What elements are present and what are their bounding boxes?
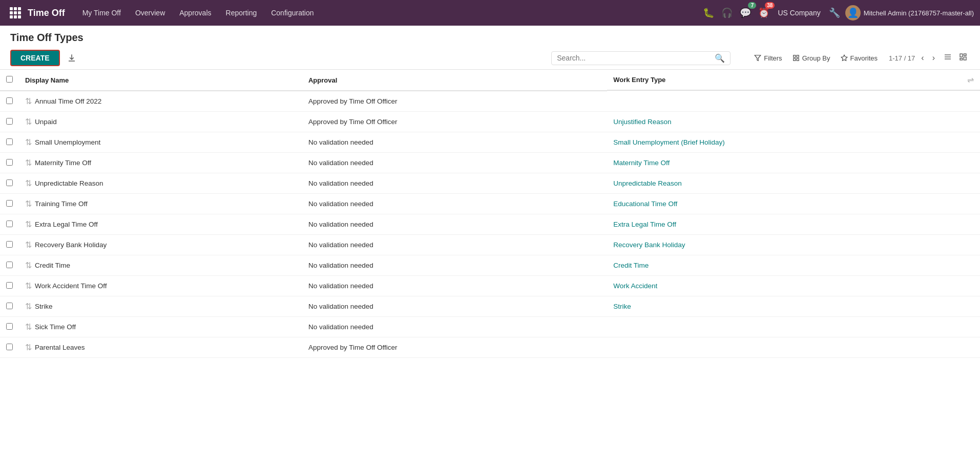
svg-rect-2 bbox=[797, 55, 799, 57]
favorites-button[interactable]: Favorites bbox=[838, 52, 881, 64]
prev-page-button[interactable]: ‹ bbox=[919, 52, 926, 64]
row-checkbox[interactable] bbox=[6, 118, 13, 125]
row-checkbox[interactable] bbox=[6, 262, 13, 268]
table-row[interactable]: ⇅Credit TimeNo validation neededCredit T… bbox=[0, 255, 980, 276]
bug-icon[interactable]: 🐛 bbox=[701, 5, 716, 21]
row-checkbox[interactable] bbox=[6, 97, 13, 104]
create-button[interactable]: CREATE bbox=[10, 50, 60, 66]
row-name: ⇅Extra Legal Time Off bbox=[19, 214, 302, 235]
filter-icon bbox=[754, 54, 761, 62]
row-work-entry-type bbox=[607, 91, 980, 112]
search-button[interactable]: 🔍 bbox=[715, 53, 725, 63]
table-row[interactable]: ⇅Annual Time Off 2022Approved by Time Of… bbox=[0, 91, 980, 112]
row-display-name[interactable]: Small Unemployment bbox=[35, 138, 100, 146]
svg-marker-0 bbox=[755, 55, 761, 61]
list-icon bbox=[944, 53, 952, 61]
row-work-entry-type: Maternity Time Off bbox=[607, 153, 980, 173]
download-button[interactable] bbox=[64, 51, 79, 65]
nav-overview[interactable]: Overview bbox=[128, 0, 172, 26]
row-checkbox[interactable] bbox=[6, 282, 13, 289]
row-name: ⇅Unpredictable Reason bbox=[19, 173, 302, 194]
user-avatar[interactable]: 👤 bbox=[845, 5, 861, 21]
table-row[interactable]: ⇅Extra Legal Time OffNo validation neede… bbox=[0, 214, 980, 235]
table-row[interactable]: ⇅Training Time OffNo validation neededEd… bbox=[0, 194, 980, 214]
table-row[interactable]: ⇅Small UnemploymentNo validation neededS… bbox=[0, 132, 980, 153]
nav-my-time-off[interactable]: My Time Off bbox=[75, 0, 128, 26]
group-icon bbox=[793, 54, 800, 62]
row-work-entry-type: Small Unemployment (Brief Holiday) bbox=[607, 132, 980, 153]
app-brand: Time Off bbox=[28, 8, 65, 18]
company-name[interactable]: US Company bbox=[775, 9, 823, 17]
select-all-checkbox[interactable] bbox=[6, 76, 13, 83]
wrench-icon[interactable]: 🔧 bbox=[827, 5, 842, 21]
table-row[interactable]: ⇅StrikeNo validation neededStrike bbox=[0, 296, 980, 317]
row-display-name[interactable]: Credit Time bbox=[35, 262, 70, 269]
row-display-name[interactable]: Unpaid bbox=[35, 118, 57, 126]
row-display-name[interactable]: Maternity Time Off bbox=[35, 159, 91, 167]
row-approval: No validation needed bbox=[302, 296, 607, 317]
row-checkbox[interactable] bbox=[6, 179, 13, 186]
row-checkbox[interactable] bbox=[6, 159, 13, 166]
row-display-name[interactable]: Unpredictable Reason bbox=[35, 179, 103, 187]
row-display-name[interactable]: Strike bbox=[35, 303, 53, 310]
col-work-entry-type[interactable]: Work Entry Type ⇌ bbox=[607, 70, 980, 91]
row-checkbox[interactable] bbox=[6, 241, 13, 248]
apps-menu-button[interactable] bbox=[6, 4, 25, 22]
row-work-entry-type bbox=[607, 337, 980, 358]
page-title: Time Off Types bbox=[10, 32, 970, 44]
table-row[interactable]: ⇅Recovery Bank HolidayNo validation need… bbox=[0, 235, 980, 255]
row-name: ⇅Maternity Time Off bbox=[19, 153, 302, 173]
table-row[interactable]: ⇅Maternity Time OffNo validation neededM… bbox=[0, 153, 980, 173]
svg-rect-3 bbox=[793, 58, 795, 61]
row-display-name[interactable]: Extra Legal Time Off bbox=[35, 221, 98, 228]
list-view-button[interactable] bbox=[941, 52, 954, 64]
row-display-name[interactable]: Recovery Bank Holiday bbox=[35, 241, 107, 249]
table-row[interactable]: ⇅Work Accident Time OffNo validation nee… bbox=[0, 276, 980, 296]
row-work-entry-type: Educational Time Off bbox=[607, 194, 980, 214]
user-name[interactable]: Mitchell Admin (21768757-master-all) bbox=[864, 9, 974, 17]
row-display-name[interactable]: Work Accident Time Off bbox=[35, 282, 107, 290]
table-row[interactable]: ⇅Parental LeavesApproved by Time Off Off… bbox=[0, 337, 980, 358]
row-display-name[interactable]: Parental Leaves bbox=[35, 344, 85, 351]
col-display-name[interactable]: Display Name bbox=[19, 70, 302, 91]
filters-button[interactable]: Filters bbox=[751, 52, 785, 64]
star-icon bbox=[841, 54, 848, 62]
drag-handle-icon: ⇅ bbox=[25, 281, 32, 291]
nav-approvals[interactable]: Approvals bbox=[172, 0, 218, 26]
nav-reporting[interactable]: Reporting bbox=[219, 0, 264, 26]
topnav: Time Off My Time Off Overview Approvals … bbox=[0, 0, 980, 26]
table-row[interactable]: ⇅UnpaidApproved by Time Off OfficerUnjus… bbox=[0, 112, 980, 132]
row-work-entry-type: Unpredictable Reason bbox=[607, 173, 980, 194]
table-row[interactable]: ⇅Sick Time OffNo validation needed bbox=[0, 317, 980, 337]
row-checkbox[interactable] bbox=[6, 323, 13, 330]
row-approval: No validation needed bbox=[302, 317, 607, 337]
topnav-right: 🐛 🎧 💬 7 ⏰ 38 US Company 🔧 👤 Mitchell Adm… bbox=[701, 5, 974, 21]
row-display-name[interactable]: Annual Time Off 2022 bbox=[35, 97, 101, 105]
row-checkbox[interactable] bbox=[6, 138, 13, 145]
row-approval: Approved by Time Off Officer bbox=[302, 337, 607, 358]
group-by-button[interactable]: Group By bbox=[789, 52, 833, 64]
row-checkbox[interactable] bbox=[6, 344, 13, 350]
kanban-view-button[interactable] bbox=[956, 52, 970, 64]
table-container: Display Name Approval Work Entry Type ⇌ … bbox=[0, 70, 980, 358]
svg-rect-11 bbox=[964, 57, 966, 60]
nav-configuration[interactable]: Configuration bbox=[264, 0, 321, 26]
row-name: ⇅Credit Time bbox=[19, 255, 302, 276]
search-input[interactable] bbox=[557, 54, 712, 62]
drag-handle-icon: ⇅ bbox=[25, 302, 32, 311]
toolbar: CREATE 🔍 Filters Group By Favorites 1-17… bbox=[0, 47, 980, 70]
row-approval: No validation needed bbox=[302, 153, 607, 173]
row-name: ⇅Unpaid bbox=[19, 112, 302, 132]
row-checkbox[interactable] bbox=[6, 303, 13, 309]
headset-icon[interactable]: 🎧 bbox=[719, 5, 735, 21]
drag-handle-icon: ⇅ bbox=[25, 158, 32, 168]
column-settings-button[interactable]: ⇌ bbox=[967, 75, 974, 85]
row-display-name[interactable]: Training Time Off bbox=[35, 200, 88, 208]
col-approval[interactable]: Approval bbox=[302, 70, 607, 91]
row-display-name[interactable]: Sick Time Off bbox=[35, 323, 76, 331]
row-checkbox[interactable] bbox=[6, 200, 13, 207]
row-checkbox[interactable] bbox=[6, 221, 13, 227]
table-row[interactable]: ⇅Unpredictable ReasonNo validation neede… bbox=[0, 173, 980, 194]
row-approval: No validation needed bbox=[302, 132, 607, 153]
next-page-button[interactable]: › bbox=[930, 52, 937, 64]
